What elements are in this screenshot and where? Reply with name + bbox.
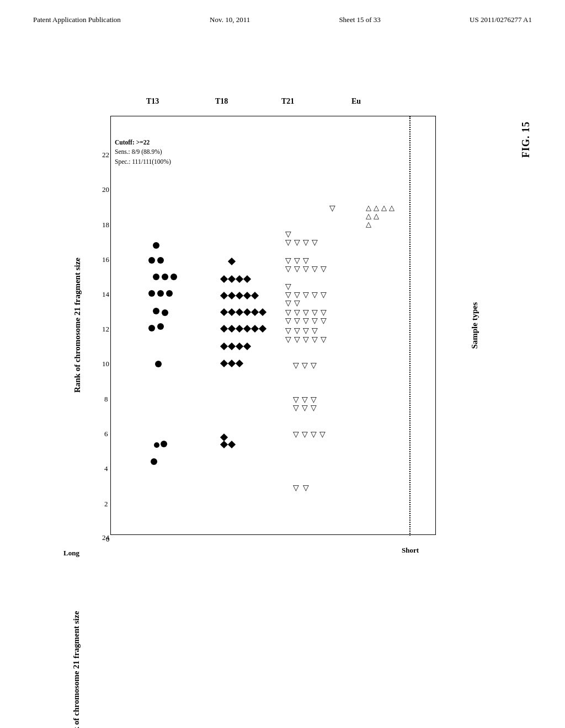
t21-point: ▽ bbox=[294, 326, 300, 335]
t21-point: ▽ bbox=[312, 335, 318, 344]
header-middle: Nov. 10, 2011 bbox=[210, 15, 250, 24]
cutoff-annotation: Cutoff: >=22 Sens.: 8/9 (88.9%) Spec.: 1… bbox=[115, 138, 171, 167]
spec-label: Spec.: 111/111(100%) bbox=[115, 157, 171, 167]
t21-point: ▽ bbox=[285, 264, 291, 274]
t21-point: ▽ bbox=[303, 238, 309, 247]
t21-point: ▽ bbox=[312, 264, 318, 274]
t18-point bbox=[228, 325, 236, 333]
y-tick-12: 12 bbox=[102, 325, 109, 334]
y-tick-18: 18 bbox=[102, 221, 109, 229]
t18-point bbox=[243, 292, 251, 299]
t13-point bbox=[151, 458, 157, 465]
t18-point bbox=[228, 275, 236, 283]
t13-point bbox=[170, 274, 177, 280]
t21-point: ▽ bbox=[285, 298, 291, 308]
t21-point: ▽ bbox=[303, 264, 309, 274]
t21-point: ▽ bbox=[285, 335, 291, 344]
t18-point bbox=[259, 325, 266, 333]
x-short-label: Short bbox=[402, 546, 419, 555]
y-tick-6: 6 bbox=[104, 430, 108, 438]
t21-point: ▽ bbox=[312, 326, 318, 335]
t18-point bbox=[251, 308, 259, 316]
t21-point: ▽ bbox=[321, 264, 327, 274]
t18-point bbox=[259, 308, 266, 316]
t21-point: ▽ bbox=[321, 335, 327, 344]
sample-types-label: Sample types bbox=[452, 116, 497, 535]
cutoff-label: Cutoff: >=22 bbox=[115, 138, 171, 147]
y-tick-24: 24 bbox=[102, 533, 109, 542]
t21-point: ▽ bbox=[303, 483, 309, 493]
t21-point: ▽ bbox=[312, 290, 318, 299]
t18-point bbox=[243, 308, 251, 316]
page-header: Patent Application Publication Nov. 10, … bbox=[0, 0, 565, 24]
y-tick-14: 14 bbox=[102, 290, 109, 299]
t21-point: ▽ bbox=[294, 335, 300, 344]
eu-col-label: Eu bbox=[351, 97, 361, 106]
t18-point bbox=[220, 275, 228, 283]
y-tick-20: 20 bbox=[102, 185, 109, 194]
t21-point: ▽ bbox=[294, 264, 300, 274]
y-tick-4: 4 bbox=[104, 464, 108, 473]
t21-point: ▽ bbox=[311, 403, 317, 413]
t21-point: ▽ bbox=[285, 238, 291, 247]
t21-point: ▽ bbox=[293, 403, 299, 413]
t21-point: ▽ bbox=[303, 326, 309, 335]
t18-point bbox=[243, 342, 251, 350]
t21-point: ▽ bbox=[303, 316, 309, 325]
header-sheet: Sheet 15 of 33 bbox=[339, 15, 380, 24]
t13-col-label: T13 bbox=[146, 97, 159, 106]
t18-point bbox=[236, 360, 243, 367]
t18-point bbox=[236, 292, 243, 299]
t18-point bbox=[220, 360, 228, 367]
t18-col-label: T18 bbox=[215, 97, 228, 106]
t13-point bbox=[157, 323, 164, 330]
t21-point: ▽ bbox=[302, 403, 308, 413]
t21-point: ▽ bbox=[293, 430, 299, 439]
t21-point: ▽ bbox=[312, 316, 318, 325]
t13-point bbox=[148, 257, 155, 264]
t21-point: ▽ bbox=[285, 326, 291, 335]
x-long-label: Long bbox=[63, 549, 79, 558]
t21-point: ▽ bbox=[311, 430, 317, 439]
y-axis-label: Rank of chromosome 21 fragment size bbox=[44, 116, 110, 535]
t21-point: ▽ bbox=[285, 282, 291, 291]
sens-label: Sens.: 8/9 (88.9%) bbox=[115, 147, 171, 157]
y-tick-16: 16 bbox=[102, 255, 109, 264]
header-right: US 2011/0276277 A1 bbox=[470, 15, 532, 24]
t13-point bbox=[162, 274, 168, 280]
t21-point: ▽ bbox=[319, 430, 326, 439]
t13-point bbox=[148, 325, 155, 331]
y-tick-10: 10 bbox=[102, 360, 109, 368]
t18-point bbox=[220, 308, 228, 316]
t18-point bbox=[228, 308, 236, 316]
t18-point bbox=[228, 342, 236, 350]
t18-point bbox=[228, 292, 236, 299]
t21-point: ▽ bbox=[329, 204, 335, 213]
eu-point: △ bbox=[366, 220, 371, 229]
t18-point bbox=[251, 325, 259, 333]
t18-point bbox=[220, 342, 228, 350]
t13-point bbox=[161, 441, 167, 447]
t21-point: ▽ bbox=[294, 316, 300, 325]
t21-point: ▽ bbox=[311, 361, 317, 370]
eu-point: △ bbox=[374, 212, 379, 221]
t21-point: ▽ bbox=[303, 335, 309, 344]
t21-point: ▽ bbox=[303, 290, 309, 299]
t13-point bbox=[153, 308, 159, 314]
eu-point: △ bbox=[389, 204, 395, 212]
cutoff-dotted-line bbox=[409, 116, 411, 536]
t13-point bbox=[153, 242, 159, 249]
x-axis-rotated-label: Rank of chromosome 21 fragment size bbox=[72, 601, 81, 728]
t18-point bbox=[251, 292, 259, 299]
figure-label: FIG. 15 bbox=[520, 121, 532, 158]
t18-point bbox=[236, 275, 243, 283]
t13-point bbox=[162, 309, 168, 316]
t13-point bbox=[148, 290, 155, 297]
t13-point bbox=[153, 274, 159, 280]
t21-point: ▽ bbox=[302, 430, 308, 439]
y-tick-8: 8 bbox=[104, 395, 108, 404]
t21-point: ▽ bbox=[294, 238, 300, 247]
t18-point bbox=[236, 325, 243, 333]
t18-point bbox=[236, 308, 243, 316]
t18-point bbox=[228, 258, 236, 265]
